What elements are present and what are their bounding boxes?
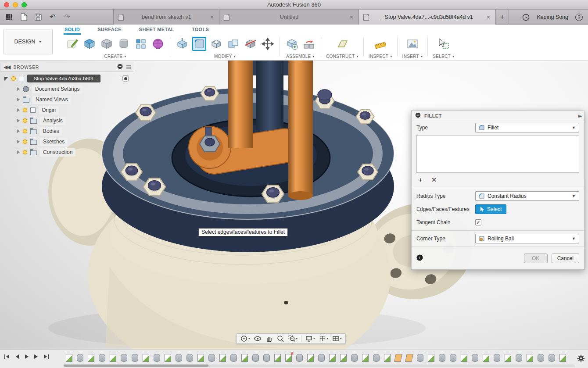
- extrude-icon[interactable]: [82, 37, 97, 51]
- select-button[interactable]: Select: [475, 204, 506, 214]
- expand-arrow-icon[interactable]: [17, 108, 20, 112]
- visibility-bulb-icon[interactable]: [23, 139, 27, 144]
- browser-item-origin[interactable]: Origin: [0, 105, 134, 115]
- expand-arrow-icon[interactable]: [17, 87, 20, 91]
- group-label-inspect[interactable]: INSPECT▾: [369, 53, 392, 60]
- zoom-window-icon[interactable]: ▾: [287, 335, 299, 343]
- browser-minimize-icon[interactable]: [117, 64, 123, 71]
- add-selection-icon[interactable]: +: [419, 176, 423, 184]
- info-icon[interactable]: i: [416, 254, 423, 262]
- timeline-feature-extrude[interactable]: [99, 354, 105, 362]
- timeline-feature-extrude[interactable]: [450, 354, 456, 362]
- timeline-feature-extrude[interactable]: [208, 354, 215, 362]
- new-tab-button[interactable]: +: [496, 10, 509, 25]
- timeline-feature-extrude[interactable]: [186, 354, 193, 362]
- timeline-feature-extrude[interactable]: [494, 354, 500, 362]
- undo-icon[interactable]: ↶: [49, 13, 57, 21]
- step-back-button[interactable]: [14, 354, 20, 360]
- timeline-feature-sketch[interactable]: [307, 354, 314, 362]
- revolve-icon[interactable]: [117, 37, 131, 51]
- job-status-clock-icon[interactable]: [522, 13, 530, 21]
- timeline-feature-sketch[interactable]: [66, 354, 72, 362]
- minimize-window-button[interactable]: [13, 2, 18, 7]
- insert-canvas-icon[interactable]: [405, 37, 419, 51]
- create-form-icon[interactable]: [151, 37, 165, 51]
- root-component-name[interactable]: _Stop Valve.4da7b3ba-b60f...: [27, 75, 100, 82]
- group-label-select[interactable]: SELECT▾: [433, 53, 454, 60]
- tab-close-icon[interactable]: ×: [209, 14, 215, 21]
- timeline-feature-sketch[interactable]: [165, 354, 171, 362]
- timeline-feature-extrude[interactable]: [549, 354, 555, 362]
- timeline-feature-extrude[interactable]: [263, 354, 270, 362]
- timeline-feature-plane[interactable]: [405, 354, 413, 362]
- timeline-settings-gear-icon[interactable]: [577, 354, 585, 364]
- timeline-feature-extrude[interactable]: [176, 354, 182, 362]
- move-copy-icon[interactable]: [261, 37, 275, 51]
- timeline-feature-sketch[interactable]: [505, 354, 511, 362]
- timeline-feature-extrude[interactable]: [230, 354, 237, 362]
- timeline-feature-extrude[interactable]: [472, 354, 478, 362]
- group-label-create[interactable]: CREATE▾: [104, 53, 126, 60]
- timeline-scrollbar-thumb[interactable]: [64, 364, 208, 367]
- visibility-bulb-icon[interactable]: [23, 118, 27, 123]
- group-label-construct[interactable]: CONSTRUCT▾: [326, 53, 359, 60]
- browser-item-document-settings[interactable]: Document Settings: [0, 84, 134, 94]
- timeline-feature-sketch[interactable]: [527, 354, 533, 362]
- tangent-chain-checkbox[interactable]: [475, 219, 481, 225]
- visibility-bulb-icon[interactable]: [23, 108, 27, 112]
- remove-selection-icon[interactable]: ✕: [431, 176, 437, 184]
- measure-icon[interactable]: [373, 37, 387, 51]
- timeline-feature-sketch[interactable]: [143, 354, 149, 362]
- grid-settings-icon[interactable]: ▾: [317, 335, 330, 343]
- timeline-feature-sketch[interactable]: [362, 354, 369, 362]
- timeline-feature-extrude[interactable]: [296, 354, 303, 362]
- browser-item-construction[interactable]: Construction: [0, 147, 134, 157]
- shell-icon[interactable]: [209, 37, 223, 51]
- timeline-feature-extrude[interactable]: [252, 354, 259, 362]
- timeline-feature-sketch[interactable]: [88, 354, 94, 362]
- timeline-feature-sketch[interactable]: [384, 354, 391, 362]
- timeline-feature-extrude[interactable]: [154, 354, 160, 362]
- new-component-icon[interactable]: [285, 37, 299, 51]
- joint-icon[interactable]: [302, 37, 316, 51]
- browser-item-named-views[interactable]: Named Views: [0, 94, 134, 105]
- close-window-button[interactable]: [4, 2, 9, 7]
- tab-close-icon[interactable]: ×: [349, 14, 354, 21]
- browser-item-analysis[interactable]: Analysis: [0, 115, 134, 126]
- timeline-feature-extrude[interactable]: [439, 354, 445, 362]
- box-primitive-icon[interactable]: [100, 37, 114, 51]
- zoom-window-button[interactable]: [22, 2, 27, 7]
- user-account-name[interactable]: Keqing Song: [537, 14, 568, 20]
- data-panel-grid-icon[interactable]: [5, 13, 13, 21]
- browser-grip-handle[interactable]: [126, 65, 131, 69]
- timeline-feature-extrude[interactable]: [318, 354, 325, 362]
- activate-component-radio[interactable]: [122, 75, 129, 82]
- visibility-bulb-icon[interactable]: [23, 150, 27, 154]
- timeline-feature-extrude[interactable]: [538, 354, 544, 362]
- timeline-feature-sketch[interactable]: [461, 354, 467, 362]
- create-sketch-icon[interactable]: [65, 37, 79, 51]
- timeline-feature-extrude[interactable]: [516, 354, 522, 362]
- fillet-icon[interactable]: [192, 37, 206, 51]
- dialog-anchor-icon[interactable]: ▸▸: [578, 113, 581, 119]
- combine-icon[interactable]: [226, 37, 240, 51]
- tab-surface[interactable]: SURFACE: [97, 25, 122, 35]
- document-tab[interactable]: Untitled×: [219, 10, 359, 25]
- collapse-browser-icon[interactable]: ◀◀: [4, 64, 10, 70]
- rectangular-pattern-icon[interactable]: [134, 37, 148, 51]
- tab-solid[interactable]: SOLID: [64, 25, 81, 35]
- new-file-icon[interactable]: [20, 13, 28, 21]
- ok-button[interactable]: OK: [524, 254, 548, 263]
- timeline-feature-extrude[interactable]: [373, 354, 380, 362]
- group-label-assemble[interactable]: ASSEMBLE▾: [286, 53, 315, 60]
- timeline-feature-sketch[interactable]: [329, 354, 336, 362]
- selection-list[interactable]: [416, 135, 579, 173]
- timeline-feature-extrude[interactable]: [132, 354, 138, 362]
- viewports-icon[interactable]: ▾: [330, 335, 343, 343]
- split-body-icon[interactable]: [244, 37, 258, 51]
- help-icon[interactable]: ?: [575, 14, 583, 21]
- skip-to-end-button[interactable]: [43, 354, 50, 360]
- document-tab[interactable]: bend from sketch v1×: [113, 10, 219, 25]
- visibility-bulb-icon[interactable]: [11, 76, 16, 81]
- group-label-modify[interactable]: MODIFY▾: [214, 53, 236, 60]
